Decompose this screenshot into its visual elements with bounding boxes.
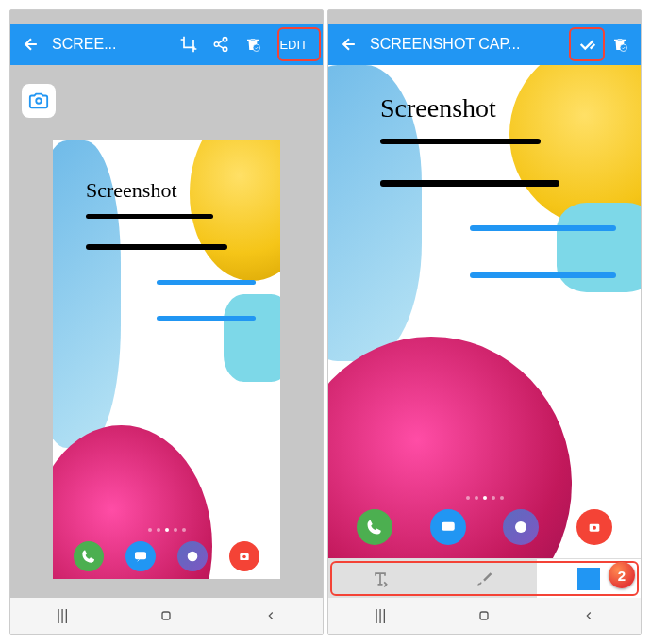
delete-icon[interactable] bbox=[605, 29, 635, 59]
text-tool[interactable] bbox=[328, 559, 432, 598]
app-camera[interactable] bbox=[576, 509, 612, 545]
svg-rect-4 bbox=[135, 552, 146, 559]
nav-home[interactable] bbox=[147, 608, 185, 623]
svg-rect-10 bbox=[442, 522, 455, 531]
svg-point-3 bbox=[253, 44, 260, 52]
nav-bar: ||| bbox=[10, 598, 323, 634]
app-messages[interactable] bbox=[125, 541, 156, 571]
app-browser[interactable] bbox=[177, 541, 208, 571]
share-icon[interactable] bbox=[206, 29, 236, 59]
nav-recents[interactable]: ||| bbox=[43, 607, 81, 624]
screenshot-preview[interactable]: Screenshot bbox=[53, 140, 280, 579]
toolbar: SCREENSHOT CAP... bbox=[328, 24, 641, 65]
black-stroke bbox=[86, 244, 227, 250]
toolbar-title: SCREE... bbox=[48, 36, 172, 53]
nav-back[interactable] bbox=[252, 609, 290, 622]
annotation-text: Screenshot bbox=[380, 93, 496, 124]
black-stroke bbox=[380, 180, 559, 187]
back-icon[interactable] bbox=[16, 29, 46, 59]
blue-stroke bbox=[470, 225, 616, 231]
edit-button[interactable]: EDIT bbox=[270, 32, 317, 58]
toolbar-title: SCREENSHOT CAP... bbox=[366, 36, 571, 53]
black-stroke bbox=[380, 139, 541, 144]
status-bar bbox=[328, 10, 641, 24]
content-area: Screenshot bbox=[10, 65, 323, 598]
app-phone[interactable] bbox=[74, 541, 104, 571]
wallpaper bbox=[53, 140, 280, 579]
dock bbox=[328, 509, 641, 545]
svg-point-9 bbox=[620, 44, 627, 52]
nav-bar: ||| bbox=[328, 598, 641, 634]
phone-left: SCREE... EDIT 1 Screenshot bbox=[9, 9, 324, 635]
svg-rect-14 bbox=[480, 612, 488, 619]
brush-tool[interactable] bbox=[432, 559, 536, 598]
delete-icon[interactable] bbox=[238, 29, 268, 59]
pager-dots bbox=[328, 496, 641, 500]
status-bar bbox=[10, 10, 323, 24]
svg-point-11 bbox=[515, 521, 526, 533]
content-area: Screenshot bbox=[328, 65, 641, 558]
svg-point-5 bbox=[188, 552, 198, 562]
editor-toolbar bbox=[328, 558, 641, 598]
svg-point-2 bbox=[224, 47, 228, 52]
svg-point-1 bbox=[215, 42, 220, 47]
nav-home[interactable] bbox=[465, 608, 503, 623]
svg-point-7 bbox=[243, 555, 247, 559]
app-camera[interactable] bbox=[229, 541, 259, 571]
svg-point-0 bbox=[224, 38, 228, 42]
nav-recents[interactable]: ||| bbox=[361, 607, 399, 624]
camera-fab[interactable] bbox=[22, 84, 56, 118]
nav-back[interactable] bbox=[570, 609, 608, 622]
black-stroke bbox=[86, 214, 213, 219]
badge-2: 2 bbox=[609, 562, 635, 588]
svg-point-13 bbox=[593, 526, 596, 530]
blue-stroke bbox=[157, 280, 256, 285]
back-icon[interactable] bbox=[334, 29, 364, 59]
annotation-text: Screenshot bbox=[86, 178, 177, 203]
app-messages[interactable] bbox=[430, 509, 466, 545]
pager-dots bbox=[53, 528, 280, 532]
blue-stroke bbox=[470, 272, 616, 278]
blue-stroke bbox=[157, 316, 256, 321]
svg-rect-8 bbox=[162, 612, 170, 619]
color-swatch bbox=[577, 568, 600, 590]
crop-icon[interactable] bbox=[174, 29, 204, 59]
screenshot-preview[interactable]: Screenshot bbox=[328, 65, 641, 558]
app-browser[interactable] bbox=[503, 509, 539, 545]
toolbar: SCREE... EDIT bbox=[10, 24, 323, 65]
dock bbox=[53, 541, 280, 571]
confirm-icon[interactable] bbox=[573, 29, 603, 59]
phone-right: SCREENSHOT CAP... 3 Screenshot bbox=[327, 9, 642, 635]
app-phone[interactable] bbox=[357, 509, 392, 545]
